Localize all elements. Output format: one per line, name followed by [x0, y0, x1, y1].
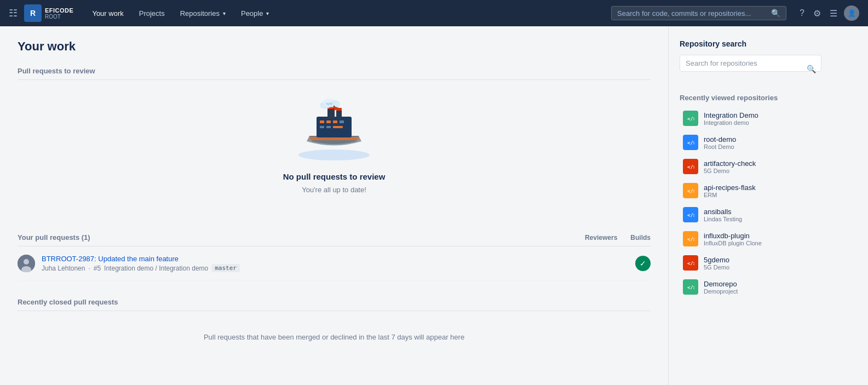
- pull-requests-to-review-section: Pull requests to review: [18, 67, 651, 216]
- no-pull-requests-empty-state: </> No pull requests to review You're al…: [18, 80, 651, 216]
- pr-info: BTRROOT-2987: Updated the main feature J…: [42, 254, 629, 272]
- reviewers-col-header: Reviewers: [585, 234, 617, 242]
- repo-icon: </>: [683, 135, 698, 150]
- repo-sub: Lindas Testing: [704, 216, 742, 222]
- avatar-icon: [18, 255, 35, 272]
- global-search[interactable]: 🔍: [611, 6, 786, 20]
- code-icon: </>: [687, 139, 694, 146]
- repositories-chevron-icon: ▾: [223, 10, 226, 16]
- code-icon: </>: [687, 163, 694, 170]
- svg-text:</>: </>: [687, 261, 694, 266]
- repo-text: root-demo Root Demo: [704, 135, 736, 150]
- code-icon: </>: [687, 187, 694, 194]
- repo-list-item[interactable]: </> api-recipes-flask ERM: [680, 179, 821, 203]
- repo-sub: Demoproject: [704, 288, 738, 295]
- repo-sub: InfluxDB plugin Clone: [704, 240, 762, 246]
- repo-sub: 5G Demo: [704, 168, 756, 174]
- svg-point-21: [24, 259, 29, 265]
- svg-rect-4: [326, 120, 331, 123]
- column-headers: Reviewers Builds: [585, 234, 651, 242]
- recently-closed-section: Recently closed pull requests Pull reque…: [18, 298, 651, 363]
- repo-text: Demorepo Demoproject: [704, 280, 738, 295]
- global-search-input[interactable]: [617, 9, 768, 18]
- repo-icon: </>: [683, 279, 698, 295]
- recently-closed-header: Recently closed pull requests: [18, 298, 651, 311]
- empty-state-title: No pull requests to review: [283, 172, 386, 181]
- repo-text: 5gdemo 5G Demo: [704, 256, 729, 271]
- repo-text: Integration Demo Integration demo: [704, 111, 758, 126]
- notifications-icon[interactable]: ☰: [827, 6, 840, 21]
- svg-text:</>: </>: [687, 188, 694, 194]
- repo-sub: Integration demo: [704, 119, 758, 126]
- pr-build-status-icon: ✓: [635, 256, 651, 271]
- svg-rect-7: [320, 126, 324, 128]
- section-label: Your pull requests (1): [18, 233, 90, 242]
- repo-list: </> Integration Demo Integration demo </…: [680, 106, 821, 299]
- closed-pr-empty-message: Pull requests that have been merged or d…: [18, 311, 651, 363]
- repo-name: root-demo: [704, 135, 736, 143]
- logo[interactable]: R EFICODE ROOT: [24, 4, 73, 22]
- svg-text:</>: </>: [687, 164, 694, 170]
- logo-box: R: [24, 4, 42, 22]
- builds-col-header: Builds: [630, 234, 651, 242]
- svg-text:</>: </>: [687, 212, 694, 218]
- section-label: Pull requests to review: [18, 67, 95, 75]
- nav-your-work[interactable]: Your work: [87, 6, 129, 21]
- repo-icon: </>: [683, 159, 698, 174]
- sidebar: Repository search 🔍 Recently viewed repo…: [668, 26, 832, 385]
- ship-illustration: </>: [296, 97, 372, 163]
- page-layout: Your work Pull requests to review: [0, 26, 868, 385]
- svg-text:</>: </>: [687, 140, 694, 146]
- repo-list-item[interactable]: </> 5gdemo 5G Demo: [680, 251, 821, 275]
- repo-text: api-recipes-flask ERM: [704, 183, 756, 198]
- repo-name: ansiballs: [704, 208, 742, 216]
- pr-branch-badge: master: [211, 264, 240, 272]
- help-icon[interactable]: ?: [797, 6, 807, 20]
- repo-name: Demorepo: [704, 280, 738, 288]
- repo-search-title: Repository search: [680, 39, 821, 48]
- nav-people[interactable]: People ▾: [235, 6, 274, 21]
- navbar-icons: ? ⚙ ☰ 👤: [797, 5, 859, 21]
- repo-text: ansiballs Lindas Testing: [704, 208, 742, 222]
- repo-list-item[interactable]: </> influxdb-plugin InfluxDB plugin Clon…: [680, 227, 821, 251]
- svg-rect-8: [326, 126, 331, 128]
- svg-rect-9: [333, 126, 343, 128]
- user-avatar[interactable]: 👤: [844, 5, 859, 21]
- people-chevron-icon: ▾: [266, 10, 269, 16]
- pr-title-link[interactable]: BTRROOT-2987: Updated the main feature: [42, 255, 179, 263]
- page-title: Your work: [18, 39, 651, 54]
- repo-list-item[interactable]: </> Integration Demo Integration demo: [680, 106, 821, 130]
- svg-text:</>: </>: [326, 101, 332, 106]
- svg-text:</>: </>: [687, 116, 694, 122]
- repo-list-item[interactable]: </> ansiballs Lindas Testing: [680, 203, 821, 227]
- pr-list-item: BTRROOT-2987: Updated the main feature J…: [18, 246, 651, 280]
- pr-number: #5: [94, 265, 101, 272]
- code-icon: </>: [687, 114, 694, 122]
- repo-sub: ERM: [704, 192, 756, 198]
- empty-state-subtitle: You're all up to date!: [302, 186, 366, 194]
- repo-list-item[interactable]: </> Demorepo Demoproject: [680, 275, 821, 299]
- repo-search-input[interactable]: [680, 55, 821, 72]
- repo-text: artifactory-check 5G Demo: [704, 159, 756, 174]
- code-icon: </>: [687, 211, 694, 219]
- repo-name: api-recipes-flask: [704, 183, 756, 192]
- nav-repositories[interactable]: Repositories ▾: [175, 6, 231, 21]
- svg-point-0: [298, 150, 370, 160]
- code-icon: </>: [687, 235, 694, 243]
- search-icon: 🔍: [771, 9, 780, 18]
- svg-text:</>: </>: [687, 285, 694, 290]
- code-icon: </>: [687, 259, 694, 267]
- main-content: Your work Pull requests to review: [0, 26, 668, 385]
- repo-list-item[interactable]: </> artifactory-check 5G Demo: [680, 154, 821, 179]
- repo-sub: Root Demo: [704, 143, 736, 150]
- your-pull-requests-header: Your pull requests (1) Reviewers Builds: [18, 233, 651, 246]
- your-pull-requests-section: Your pull requests (1) Reviewers Builds …: [18, 233, 651, 280]
- repo-list-item[interactable]: </> root-demo Root Demo: [680, 130, 821, 154]
- grid-icon[interactable]: ☷: [9, 7, 18, 19]
- repo-name: influxdb-plugin: [704, 232, 762, 240]
- repo-icon: </>: [683, 183, 698, 198]
- nav-projects[interactable]: Projects: [134, 6, 170, 21]
- svg-rect-3: [320, 120, 324, 123]
- settings-icon[interactable]: ⚙: [811, 6, 823, 21]
- pr-meta: Juha Lehtonen · #5 Integration demo / In…: [42, 264, 629, 272]
